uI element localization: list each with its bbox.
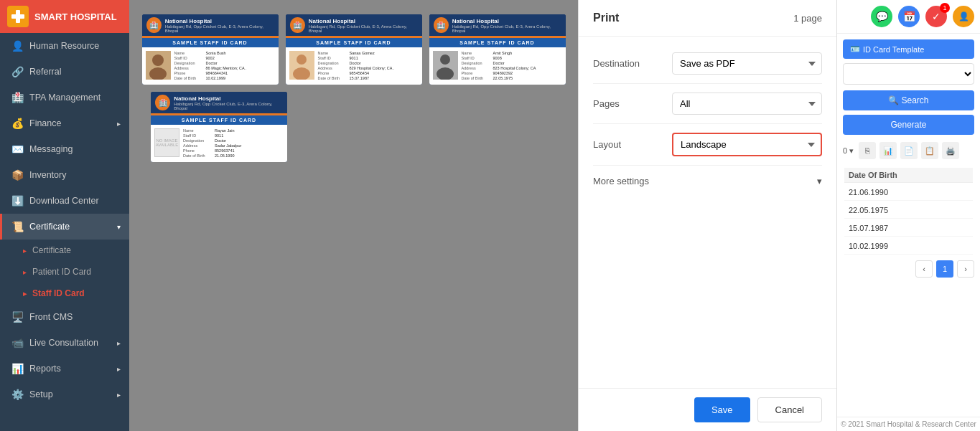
card-title-bar: SAMPLE STAFF ID CARD: [286, 38, 422, 47]
hospital-icon: 🏥: [290, 17, 305, 33]
filter-row: [843, 63, 974, 85]
sidebar-subitem-patient-id[interactable]: ▸ Patient ID Card: [0, 261, 129, 283]
prev-page-button[interactable]: ‹: [915, 260, 933, 278]
print-dialog: Print 1 page Destination Save as PDF Pag…: [578, 0, 836, 431]
print-pages: 1 page: [793, 13, 822, 24]
sidebar-item-label: Setup: [29, 389, 53, 399]
logo-text: SMART HOSPITAL: [34, 11, 117, 22]
preview-area: 🏥 National Hospital Habibganj Rd, Opp Cr…: [129, 0, 578, 431]
print-icon[interactable]: 🖨️: [942, 142, 959, 159]
hospital-address: Habibganj Rd, Opp Cricket Club, E-3, Are…: [165, 24, 274, 33]
pages-select[interactable]: All: [672, 93, 822, 115]
hospital-name: National Hospital: [174, 95, 283, 102]
cancel-button[interactable]: Cancel: [757, 397, 822, 422]
current-page: 1: [936, 260, 953, 278]
card-header: 🏥 National Hospital Habibganj Rd, Opp Cr…: [142, 14, 279, 38]
id-card-template-icon: 🪪: [850, 44, 860, 54]
date-of-birth-header: Date Of Birth: [844, 168, 973, 183]
filter-select[interactable]: [843, 63, 974, 85]
layout-select[interactable]: Portrait Landscape: [672, 133, 822, 156]
cards-row-1: 🏥 National Hospital Habibganj Rd, Opp Cr…: [144, 14, 564, 85]
layout-control[interactable]: Portrait Landscape: [672, 133, 822, 156]
csv-icon[interactable]: 📄: [900, 142, 918, 159]
action-icons-row: 0 ▾ ⎘ 📊 📄 📋 🖨️: [843, 142, 974, 159]
table-row: 21.06.1990: [844, 184, 973, 201]
next-page-button[interactable]: ›: [957, 260, 974, 278]
sidebar-item-label: Front CMS: [29, 312, 73, 322]
certificate-icon: 📜: [11, 221, 24, 232]
sub-arrow: ▸: [23, 268, 27, 276]
sidebar-item-label: Referral: [29, 67, 61, 77]
sidebar-item-label: Human Resource: [29, 41, 99, 51]
calendar-icon[interactable]: 📅: [898, 6, 920, 27]
sidebar-item-finance[interactable]: 💰 Finance ▸: [0, 110, 129, 136]
destination-label: Destination: [593, 58, 665, 69]
copy-icon[interactable]: ⎘: [859, 142, 876, 159]
sidebar-item-download-center[interactable]: ⬇️ Download Center: [0, 188, 129, 214]
card-photo-noimage: NO IMAGE AVAILABLE: [154, 128, 179, 157]
sidebar-item-inventory[interactable]: 📦 Inventory: [0, 162, 129, 188]
hospital-name: National Hospital: [309, 18, 418, 24]
sidebar-item-messaging[interactable]: ✉️ Messaging: [0, 136, 129, 162]
id-card-template-label: ID Card Template: [863, 45, 924, 54]
right-panel-content: 🪪 ID Card Template 🔍 Search Generate 0 ▾…: [837, 34, 980, 417]
search-label: Search: [901, 95, 928, 105]
sidebar-item-human-resource[interactable]: 👤 Human Resource: [0, 33, 129, 59]
date-cell: 10.02.1999: [844, 238, 973, 255]
download-icon: ⬇️: [11, 195, 24, 207]
svg-point-6: [440, 55, 450, 65]
svg-point-7: [437, 67, 454, 80]
sidebar-item-label: Inventory: [29, 170, 66, 180]
save-button[interactable]: Save: [694, 397, 750, 422]
reports-arrow: ▸: [117, 365, 121, 373]
card-photo: [289, 51, 314, 80]
sub-item-label: Certificate: [32, 245, 71, 255]
pages-row: Pages All: [593, 84, 822, 124]
more-settings-label: More settings: [593, 176, 649, 186]
setup-icon: ⚙️: [11, 389, 24, 400]
app-logo: SMART HOSPITAL: [0, 0, 129, 33]
sidebar-item-live-consultation[interactable]: 📹 Live Consultation ▸: [0, 330, 129, 356]
print-body: Destination Save as PDF Pages All Layout: [579, 37, 836, 388]
sidebar-item-referral[interactable]: 🔗 Referral: [0, 59, 129, 85]
excel-icon[interactable]: 📊: [879, 142, 897, 159]
card-info: NameSanaa Gomez Staff ID9011 Designation…: [318, 51, 419, 81]
sidebar-item-tpa[interactable]: 🏥 TPA Management: [0, 85, 129, 110]
setup-arrow: ▸: [117, 391, 121, 399]
front-cms-icon: 🖥️: [11, 311, 24, 323]
destination-control[interactable]: Save as PDF: [672, 52, 822, 75]
pdf-icon[interactable]: 📋: [921, 142, 938, 159]
sidebar-subitem-certificate[interactable]: ▸ Certificate: [0, 240, 129, 261]
id-card-template-button[interactable]: 🪪 ID Card Template: [843, 39, 974, 59]
logo-icon: [7, 6, 29, 27]
card-info: NameSonia Bush Staff ID9002 DesignationD…: [174, 51, 275, 81]
sidebar-item-setup[interactable]: ⚙️ Setup ▸: [0, 382, 129, 407]
sidebar-item-label: Download Center: [29, 196, 99, 206]
pages-control[interactable]: All: [672, 93, 822, 115]
top-icons: 💬 📅 ✓ 1 👤: [871, 6, 974, 27]
sidebar-item-certificate[interactable]: 📜 Certificate ▾: [0, 214, 129, 240]
id-card-1: 🏥 National Hospital Habibganj Rd, Opp Cr…: [142, 14, 279, 85]
finance-icon: 💰: [11, 118, 24, 129]
card-photo: [146, 51, 171, 80]
more-settings-chevron[interactable]: ▾: [817, 176, 822, 186]
user-avatar[interactable]: 👤: [953, 6, 974, 27]
sidebar-item-label: TPA Management: [29, 93, 101, 103]
cards-row-2: 🏥 National Hospital Habibganj Rd, Opp Cr…: [144, 92, 564, 162]
whatsapp-icon[interactable]: 💬: [871, 6, 892, 27]
card-body: NameSonia Bush Staff ID9002 DesignationD…: [142, 47, 279, 85]
sidebar-subitem-staff-id[interactable]: ▸ Staff ID Card: [0, 283, 129, 304]
generate-button[interactable]: Generate: [843, 115, 974, 135]
card-title-bar: SAMPLE STAFF ID CARD: [142, 38, 279, 47]
search-button[interactable]: 🔍 Search: [843, 90, 974, 110]
destination-select[interactable]: Save as PDF: [672, 52, 822, 75]
table-row: 22.05.1975: [844, 202, 973, 219]
more-settings-row[interactable]: More settings ▾: [593, 166, 822, 196]
right-panel: 💬 📅 ✓ 1 👤 🪪 ID Card Template: [836, 0, 980, 431]
pagination-row: ‹ 1 ›: [843, 256, 974, 282]
hospital-icon: 🏥: [434, 17, 449, 33]
date-table: Date Of Birth 21.06.199022.05.197515.07.…: [843, 166, 974, 256]
sidebar-item-reports[interactable]: 📊 Reports ▸: [0, 356, 129, 382]
id-card-2: 🏥 National Hospital Habibganj Rd, Opp Cr…: [286, 14, 422, 85]
sidebar-item-front-cms[interactable]: 🖥️ Front CMS: [0, 304, 129, 330]
